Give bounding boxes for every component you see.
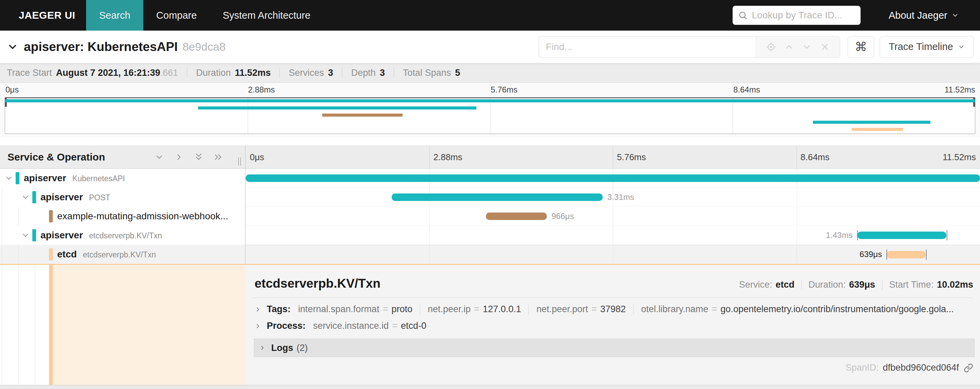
tag-item: internal.span.format=proto (298, 304, 412, 314)
tag-value: go.opentelemetry.io/contrib/instrumentat… (721, 304, 953, 314)
expand-children-icon[interactable] (4, 173, 14, 183)
minimap-span-bar (852, 128, 903, 131)
span-row[interactable]: apiserverKubernetesAPI (0, 169, 980, 188)
tag-value: etcd-0 (401, 321, 426, 331)
tree-guide-line (18, 265, 19, 385)
expand-one-icon[interactable] (174, 152, 184, 162)
nav-item-search[interactable]: Search (86, 0, 143, 30)
span-timeline-cell[interactable]: 1.43ms (246, 226, 980, 245)
tag-key: service.instance.id (313, 321, 388, 331)
expand-all-icon[interactable] (214, 152, 223, 162)
span-row[interactable]: example-mutating-admission-webhook...966… (0, 207, 980, 226)
timeline-header-gridline (797, 146, 797, 168)
minimap-span-bar (198, 106, 476, 110)
span-duration-bar[interactable] (858, 232, 946, 239)
chevron-down-icon (951, 11, 959, 19)
timeline-gridline (797, 207, 797, 225)
span-timeline-cell[interactable]: 639μs (246, 245, 980, 264)
expand-collapse-controls (154, 152, 223, 162)
span-detail-row: etcdserverpb.KV/Txn Service:etcdDuration… (0, 264, 980, 385)
trace-view-label: Trace Timeline (889, 41, 953, 52)
tree-guide-line (18, 245, 19, 264)
operation-name: POST (89, 193, 111, 202)
detail-meta-item: Service:etcd (739, 279, 795, 290)
timeline-header: 0μs2.88ms5.76ms8.64ms11.52ms (246, 146, 980, 168)
section-process-accordion[interactable]: Process:service.instance.id=etcd-0 (255, 321, 973, 331)
tag-value: 37982 (600, 304, 626, 314)
collapse-one-icon[interactable] (154, 152, 164, 162)
summary-item: Duration11.52ms (196, 68, 270, 78)
logs-accordion[interactable]: Logs (2) (254, 339, 975, 357)
summary-item: Depth3 (351, 68, 385, 78)
deep-link-icon[interactable] (964, 363, 973, 373)
span-name-cell: apiserverPOST (0, 188, 246, 207)
nav-item-system-architecture[interactable]: System Architecture (210, 0, 323, 30)
service-name[interactable]: apiserverPOST (40, 192, 110, 203)
timeline-gridline (430, 245, 430, 264)
find-input[interactable] (539, 36, 756, 58)
service-name[interactable]: apiserveretcdserverpb.KV/Txn (40, 230, 162, 241)
tag-equals: = (392, 321, 398, 331)
find-next-icon[interactable] (802, 42, 812, 52)
minimap-canvas[interactable] (5, 97, 975, 134)
minimap-tick-label: 11.52ms (945, 85, 975, 95)
trace-lookup-box[interactable] (733, 6, 861, 25)
clear-find-icon[interactable] (820, 42, 830, 52)
summary-divider (279, 68, 280, 78)
trace-view-selector[interactable]: Trace Timeline (880, 36, 974, 58)
span-row[interactable]: apiserveretcdserverpb.KV/Txn1.43ms (0, 226, 980, 245)
find-prev-icon[interactable] (784, 42, 794, 52)
span-row[interactable]: etcdetcdserverpb.KV/Txn639μs (0, 245, 980, 264)
minimap-gridline (248, 98, 248, 133)
trace-lookup-input[interactable] (752, 10, 855, 21)
span-duration-bar[interactable] (246, 175, 980, 182)
expand-children-icon[interactable] (21, 192, 30, 202)
span-bar-end-tick (926, 249, 927, 260)
column-resize-grip[interactable] (237, 157, 242, 165)
app-brand: JAEGER UI (0, 10, 86, 21)
logs-count: (2) (297, 343, 308, 353)
span-rows: apiserverKubernetesAPIapiserverPOST3.31m… (0, 169, 980, 264)
service-operation-header: Service & Operation (0, 146, 246, 168)
span-timeline-cell[interactable]: 966μs (246, 207, 980, 226)
minimap-span-bar (813, 121, 930, 124)
tag-item: net.peer.ip=127.0.0.1 (428, 304, 521, 314)
expand-children-icon[interactable] (21, 230, 30, 240)
trace-title: apiserver: KubernetesAPI (24, 40, 178, 54)
section-tags-accordion[interactable]: Tags:internal.span.format=protonet.peer.… (255, 304, 973, 314)
span-detail-header[interactable]: etcdserverpb.KV/Txn Service:etcdDuration… (246, 265, 980, 291)
detail-meta-item: Start Time:10.02ms (889, 279, 973, 290)
span-bar-start-tick (857, 230, 858, 240)
span-duration-bar[interactable] (887, 251, 926, 259)
about-jaeger-menu[interactable]: About Jaeger (888, 10, 959, 21)
tree-guide-line (2, 188, 2, 207)
collapse-all-icon[interactable] (194, 152, 204, 162)
service-color-bar (32, 229, 36, 241)
service-name[interactable]: example-mutating-admission-webhook... (57, 211, 228, 222)
keyboard-shortcuts-button[interactable]: ⌘ (848, 36, 874, 58)
trace-id: 8e9dca8 (182, 40, 226, 53)
locate-span-icon[interactable] (766, 42, 776, 52)
service-color-bar (32, 191, 36, 203)
detail-meta-label: Start Time: (889, 279, 934, 290)
minimap-gridline (490, 98, 490, 133)
service-name[interactable]: apiserverKubernetesAPI (24, 173, 125, 184)
service-color-bar (49, 248, 53, 260)
span-duration-label: 3.31ms (608, 192, 634, 202)
minimap-tick-labels: 0μs2.88ms5.76ms8.64ms11.52ms (5, 85, 975, 97)
tag-item: net.peer.port=37982 (536, 304, 626, 314)
service-name[interactable]: etcdetcdserverpb.KV/Txn (57, 249, 156, 260)
nav-item-compare[interactable]: Compare (143, 0, 210, 30)
span-detail-meta: Service:etcdDuration:639μsStart Time:10.… (739, 279, 973, 290)
search-icon (738, 11, 748, 20)
span-row[interactable]: apiserverPOST3.31ms (0, 188, 980, 207)
span-timeline-cell[interactable] (246, 169, 980, 188)
detail-meta-value: 10.02ms (937, 279, 973, 290)
span-timeline-cell[interactable]: 3.31ms (246, 188, 980, 207)
minimap-tick-label: 8.64ms (733, 85, 760, 95)
span-duration-bar[interactable] (486, 213, 547, 220)
summary-value: 3 (328, 68, 333, 78)
span-duration-bar[interactable] (392, 194, 602, 201)
timeline-minimap-section: 0μs2.88ms5.76ms8.64ms11.52ms (0, 83, 980, 137)
collapse-trace-chevron-icon[interactable] (7, 41, 18, 53)
